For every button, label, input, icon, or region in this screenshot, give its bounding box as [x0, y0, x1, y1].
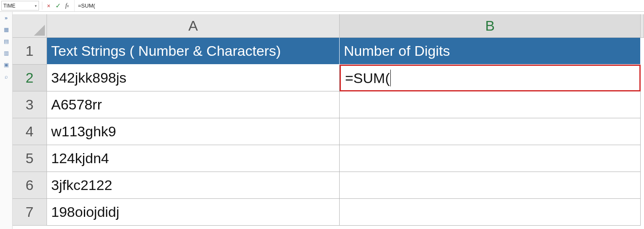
expand-icon[interactable]: » — [3, 14, 10, 21]
row-1: 1 Text Strings ( Number & Characters) Nu… — [13, 38, 644, 65]
cell-a6[interactable]: 3jfkc2122 — [47, 172, 340, 199]
text-cursor — [390, 70, 391, 86]
enter-icon[interactable]: ✓ — [53, 0, 62, 11]
row-4: 4 w113ghk9 — [13, 118, 644, 145]
tool-icon-4[interactable]: ▣ — [3, 61, 10, 68]
cell-a1[interactable]: Text Strings ( Number & Characters) — [47, 38, 340, 65]
cell-b2-wrapper: =SUM( — [340, 65, 641, 91]
cell-a7[interactable]: 198oiojdidj — [47, 199, 340, 226]
cell-b1[interactable]: Number of Digits — [340, 38, 641, 65]
tool-icon-2[interactable]: ▤ — [3, 38, 10, 44]
tool-icon-1[interactable]: ▦ — [3, 26, 10, 33]
cell-a3[interactable]: A6578rr — [47, 91, 340, 118]
cell-b2-content: =SUM( — [345, 70, 390, 86]
row-7: 7 198oiojdidj — [13, 199, 644, 226]
row-header-6[interactable]: 6 — [13, 172, 47, 199]
row-header-3[interactable]: 3 — [13, 91, 47, 118]
insert-function-icon[interactable]: fx — [62, 0, 72, 11]
tool-icon-5[interactable]: ⌕ — [3, 73, 10, 80]
row-header-2[interactable]: 2 — [13, 65, 47, 91]
cancel-icon[interactable]: × — [44, 0, 53, 11]
cell-b3[interactable] — [340, 91, 641, 118]
cell-b7[interactable] — [340, 199, 641, 226]
column-header-a[interactable]: A — [47, 14, 340, 38]
name-box-value: TIME — [3, 3, 16, 9]
separator — [42, 2, 42, 10]
row-header-7[interactable]: 7 — [13, 199, 47, 226]
side-toolbar: » ▦ ▤ ▥ ▣ ⌕ — [0, 12, 13, 229]
formula-bar: TIME ▾ × ✓ fx =SUM( — [0, 0, 644, 12]
name-box[interactable]: TIME ▾ — [1, 1, 39, 10]
row-2: 2 342jkk898js =SUM( — [13, 65, 644, 91]
worksheet[interactable]: A B 1 Text Strings ( Number & Characters… — [13, 14, 644, 229]
cell-a5[interactable]: 124kjdn4 — [47, 145, 340, 172]
select-all-corner[interactable] — [13, 14, 47, 38]
cell-a2[interactable]: 342jkk898js — [47, 65, 340, 91]
column-header-rest[interactable] — [641, 14, 644, 38]
row-6: 6 3jfkc2122 — [13, 172, 644, 199]
row-header-1[interactable]: 1 — [13, 38, 47, 65]
cell-b5[interactable] — [340, 145, 641, 172]
column-header-b[interactable]: B — [340, 14, 641, 38]
formula-input[interactable]: =SUM( — [74, 0, 644, 11]
cell-b4[interactable] — [340, 118, 641, 145]
cell-b2[interactable]: =SUM( — [340, 65, 641, 91]
row-3: 3 A6578rr — [13, 91, 644, 118]
row-header-4[interactable]: 4 — [13, 118, 47, 145]
column-headers: A B — [13, 14, 644, 38]
tool-icon-3[interactable]: ▥ — [3, 49, 10, 56]
cell-b6[interactable] — [340, 172, 641, 199]
row-5: 5 124kjdn4 — [13, 145, 644, 172]
row-header-5[interactable]: 5 — [13, 145, 47, 172]
chevron-down-icon: ▾ — [35, 4, 37, 8]
cell-a4[interactable]: w113ghk9 — [47, 118, 340, 145]
